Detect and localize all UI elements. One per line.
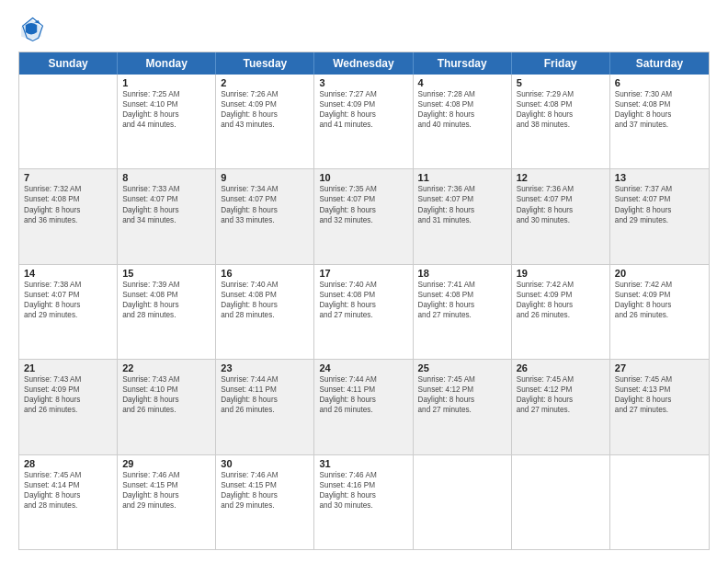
cell-info-line: and 29 minutes. bbox=[122, 500, 210, 511]
cell-info-line: Sunrise: 7:45 AM bbox=[418, 374, 506, 385]
day-number: 30 bbox=[221, 458, 309, 469]
cell-info-line: Daylight: 8 hours bbox=[221, 205, 309, 215]
cell-info-line: Sunrise: 7:36 AM bbox=[418, 184, 506, 194]
cell-info-line: and 29 minutes. bbox=[221, 500, 309, 511]
cell-info-line: Sunrise: 7:28 AM bbox=[418, 89, 506, 99]
day-cell-21: 21Sunrise: 7:43 AMSunset: 4:09 PMDayligh… bbox=[19, 360, 118, 454]
calendar-row-4: 28Sunrise: 7:45 AMSunset: 4:14 PMDayligh… bbox=[19, 455, 709, 549]
cell-info-line: Sunset: 4:08 PM bbox=[319, 290, 407, 300]
day-cell-15: 15Sunrise: 7:39 AMSunset: 4:08 PMDayligh… bbox=[118, 265, 216, 359]
cell-info-line: Daylight: 8 hours bbox=[418, 300, 506, 310]
calendar-row-3: 21Sunrise: 7:43 AMSunset: 4:09 PMDayligh… bbox=[19, 360, 709, 454]
cell-info-line: Sunrise: 7:42 AM bbox=[615, 280, 704, 290]
day-cell-10: 10Sunrise: 7:35 AMSunset: 4:07 PMDayligh… bbox=[314, 169, 413, 263]
cell-info-line: Daylight: 8 hours bbox=[517, 205, 605, 215]
cell-info-line: Daylight: 8 hours bbox=[122, 490, 210, 500]
cell-info-line: and 30 minutes. bbox=[319, 500, 407, 511]
day-number: 21 bbox=[24, 362, 112, 373]
day-cell-20: 20Sunrise: 7:42 AMSunset: 4:09 PMDayligh… bbox=[610, 265, 709, 359]
day-header-wednesday: Wednesday bbox=[314, 52, 413, 75]
day-cell-12: 12Sunrise: 7:36 AMSunset: 4:07 PMDayligh… bbox=[512, 169, 610, 263]
cell-info-line: Sunset: 4:07 PM bbox=[122, 194, 210, 204]
cell-info-line: Daylight: 8 hours bbox=[122, 205, 210, 215]
day-number: 16 bbox=[221, 268, 309, 279]
cell-info-line: Daylight: 8 hours bbox=[221, 109, 309, 120]
cell-info-line: Sunset: 4:08 PM bbox=[517, 99, 605, 109]
cell-info-line: Sunrise: 7:27 AM bbox=[319, 89, 407, 99]
cell-info-line: Sunrise: 7:44 AM bbox=[319, 374, 407, 385]
day-cell-7: 7Sunrise: 7:32 AMSunset: 4:08 PMDaylight… bbox=[19, 169, 118, 263]
cell-info-line: Sunset: 4:07 PM bbox=[615, 194, 704, 204]
day-number: 8 bbox=[122, 172, 210, 183]
day-cell-6: 6Sunrise: 7:30 AMSunset: 4:08 PMDaylight… bbox=[610, 75, 709, 168]
cell-info-line: and 26 minutes. bbox=[24, 405, 112, 415]
cell-info-line: Daylight: 8 hours bbox=[122, 395, 210, 405]
cell-info-line: Daylight: 8 hours bbox=[418, 109, 506, 120]
day-number: 18 bbox=[418, 268, 506, 279]
day-cell-13: 13Sunrise: 7:37 AMSunset: 4:07 PMDayligh… bbox=[610, 169, 709, 263]
calendar-header: SundayMondayTuesdayWednesdayThursdayFrid… bbox=[19, 52, 709, 75]
cell-info-line: Daylight: 8 hours bbox=[319, 109, 407, 120]
day-number: 14 bbox=[24, 268, 112, 279]
cell-info-line: Sunrise: 7:40 AM bbox=[319, 280, 407, 290]
cell-info-line: Sunrise: 7:44 AM bbox=[221, 374, 309, 385]
cell-info-line: and 27 minutes. bbox=[418, 405, 506, 415]
day-cell-4: 4Sunrise: 7:28 AMSunset: 4:08 PMDaylight… bbox=[414, 75, 512, 168]
day-number: 26 bbox=[517, 362, 605, 373]
day-cell-17: 17Sunrise: 7:40 AMSunset: 4:08 PMDayligh… bbox=[314, 265, 413, 359]
cell-info-line: Sunset: 4:09 PM bbox=[517, 290, 605, 300]
day-cell-31: 31Sunrise: 7:46 AMSunset: 4:16 PMDayligh… bbox=[314, 455, 413, 549]
header bbox=[18, 17, 710, 42]
day-number: 4 bbox=[418, 77, 506, 88]
day-number: 15 bbox=[122, 268, 210, 279]
cell-info-line: Sunset: 4:09 PM bbox=[615, 290, 704, 300]
empty-cell-4-6 bbox=[610, 455, 709, 549]
cell-info-line: and 27 minutes. bbox=[517, 405, 605, 415]
cell-info-line: Daylight: 8 hours bbox=[615, 300, 704, 310]
cell-info-line: Sunrise: 7:40 AM bbox=[221, 280, 309, 290]
cell-info-line: Sunset: 4:16 PM bbox=[319, 480, 407, 490]
cell-info-line: and 29 minutes. bbox=[24, 310, 112, 320]
cell-info-line: Sunrise: 7:32 AM bbox=[24, 184, 112, 194]
cell-info-line: and 43 minutes. bbox=[221, 120, 309, 130]
cell-info-line: Daylight: 8 hours bbox=[122, 300, 210, 310]
day-cell-5: 5Sunrise: 7:29 AMSunset: 4:08 PMDaylight… bbox=[512, 75, 610, 168]
day-header-monday: Monday bbox=[118, 52, 216, 75]
cell-info-line: and 41 minutes. bbox=[319, 120, 407, 130]
cell-info-line: Daylight: 8 hours bbox=[615, 109, 704, 120]
cell-info-line: Sunrise: 7:36 AM bbox=[517, 184, 605, 194]
cell-info-line: Sunset: 4:14 PM bbox=[24, 480, 112, 490]
cell-info-line: Sunset: 4:07 PM bbox=[221, 194, 309, 204]
cell-info-line: Sunrise: 7:33 AM bbox=[122, 184, 210, 194]
cell-info-line: and 26 minutes. bbox=[517, 310, 605, 320]
cell-info-line: Daylight: 8 hours bbox=[221, 490, 309, 500]
day-number: 22 bbox=[122, 362, 210, 373]
cell-info-line: Sunset: 4:08 PM bbox=[221, 290, 309, 300]
cell-info-line: Daylight: 8 hours bbox=[221, 395, 309, 405]
day-number: 17 bbox=[319, 268, 407, 279]
cell-info-line: and 31 minutes. bbox=[418, 215, 506, 225]
cell-info-line: Sunset: 4:08 PM bbox=[24, 194, 112, 204]
day-cell-24: 24Sunrise: 7:44 AMSunset: 4:11 PMDayligh… bbox=[314, 360, 413, 454]
cell-info-line: Sunrise: 7:25 AM bbox=[122, 89, 210, 99]
day-number: 1 bbox=[122, 77, 210, 88]
empty-cell-4-5 bbox=[512, 455, 610, 549]
day-cell-11: 11Sunrise: 7:36 AMSunset: 4:07 PMDayligh… bbox=[414, 169, 512, 263]
cell-info-line: Sunrise: 7:42 AM bbox=[517, 280, 605, 290]
day-number: 11 bbox=[418, 172, 506, 183]
cell-info-line: Sunrise: 7:35 AM bbox=[319, 184, 407, 194]
calendar-row-1: 7Sunrise: 7:32 AMSunset: 4:08 PMDaylight… bbox=[19, 169, 709, 264]
day-number: 2 bbox=[221, 77, 309, 88]
cell-info-line: Sunset: 4:08 PM bbox=[615, 99, 704, 109]
cell-info-line: Sunset: 4:12 PM bbox=[418, 385, 506, 395]
page: SundayMondayTuesdayWednesdayThursdayFrid… bbox=[0, 0, 728, 563]
calendar-row-0: 1Sunrise: 7:25 AMSunset: 4:10 PMDaylight… bbox=[19, 75, 709, 169]
cell-info-line: Sunrise: 7:46 AM bbox=[221, 470, 309, 480]
cell-info-line: Daylight: 8 hours bbox=[615, 205, 704, 215]
cell-info-line: and 33 minutes. bbox=[221, 215, 309, 225]
cell-info-line: and 27 minutes. bbox=[418, 310, 506, 320]
day-header-tuesday: Tuesday bbox=[216, 52, 314, 75]
day-number: 3 bbox=[319, 77, 407, 88]
cell-info-line: Sunset: 4:15 PM bbox=[221, 480, 309, 490]
day-number: 28 bbox=[24, 458, 112, 469]
